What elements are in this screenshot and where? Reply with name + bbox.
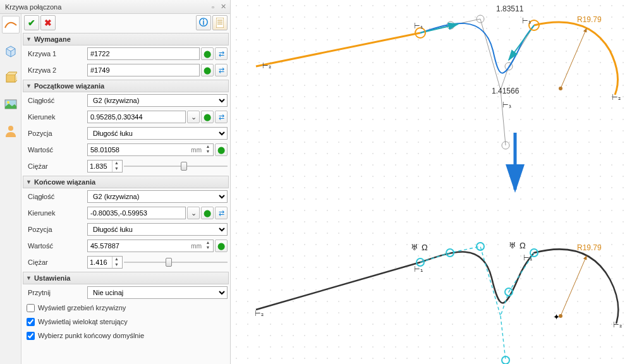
end-sym-ctrl: ♅ bbox=[509, 241, 516, 250]
label-start-direction: Kierunek bbox=[24, 113, 87, 121]
svg-line-28 bbox=[561, 256, 586, 316]
dim-top-2: 1.41566 bbox=[492, 87, 520, 95]
svg-point-2 bbox=[7, 101, 9, 104]
end-value-pick-button[interactable]: ⬤ bbox=[215, 240, 228, 252]
end-direction-pick-button[interactable]: ⬤ bbox=[201, 207, 214, 219]
start-sym-omega: Ω bbox=[422, 243, 428, 252]
tab-curve-icon[interactable] bbox=[2, 16, 20, 33]
section-start-header[interactable]: ▼Początkowe wiązania bbox=[23, 80, 229, 92]
show-comb-label: Wyświetl grzebień krzywizny bbox=[38, 304, 126, 312]
label-curve1: Krzywa 1 bbox=[24, 50, 87, 58]
end-marker-t1-bottom: ⊢₁ bbox=[523, 254, 532, 262]
marker-t2-bottom-right: ⊢₂ bbox=[613, 321, 622, 329]
label-end-direction: Kierunek bbox=[24, 209, 87, 217]
label-end-value: Wartość bbox=[24, 242, 87, 250]
start-position-select[interactable]: Długość łuku bbox=[87, 127, 228, 140]
end-weight-spinner[interactable]: ▲▼ bbox=[112, 257, 121, 268]
end-sym-omega: Ω bbox=[520, 241, 526, 250]
start-weight-input[interactable] bbox=[88, 161, 112, 172]
minimize-button[interactable]: ▫ bbox=[209, 3, 217, 11]
end-weight-slider[interactable] bbox=[124, 260, 228, 264]
section-settings-header[interactable]: ▼Ustawienia bbox=[23, 272, 229, 284]
label-start-continuity: Ciągłość bbox=[24, 97, 87, 104]
chevron-down-icon: ▼ bbox=[26, 275, 32, 281]
label-start-weight: Ciężar bbox=[24, 162, 87, 170]
end-direction-options-button[interactable]: ⌄ bbox=[187, 207, 200, 219]
start-value-spinner[interactable]: ▲▼ bbox=[204, 145, 212, 155]
cancel-button[interactable]: ✖ bbox=[40, 15, 56, 30]
start-marker-t1-top: ⊢₁ bbox=[414, 22, 423, 30]
curve1-input[interactable] bbox=[87, 47, 200, 60]
start-sym-ctrl: ♅ bbox=[411, 243, 418, 252]
marker-t1-mid: ⊢₁ bbox=[502, 101, 511, 109]
tab-cube-icon[interactable] bbox=[2, 69, 20, 87]
end-value-spinner[interactable]: ▲▼ bbox=[204, 241, 212, 251]
start-direction-input[interactable] bbox=[87, 111, 186, 123]
start-value-pick-button[interactable]: ⬤ bbox=[215, 143, 228, 156]
end-position-select[interactable]: Długość łuku bbox=[87, 223, 228, 236]
ok-button[interactable]: ✔ bbox=[24, 15, 39, 30]
end-direction-input[interactable] bbox=[87, 207, 186, 219]
graphics-viewport[interactable]: R19.79 1.83511 1.41566 ⊢₁ ⊢₁ ⊢₂ ⊢₂ ⊢₁ R1… bbox=[231, 0, 632, 364]
section-end-header[interactable]: ▼Końcowe wiązania bbox=[23, 176, 229, 188]
chevron-down-icon: ▼ bbox=[26, 83, 32, 89]
start-weight-spinner[interactable]: ▲▼ bbox=[112, 161, 121, 172]
trim-select[interactable]: Nie ucinaj bbox=[87, 286, 228, 299]
svg-text:✦: ✦ bbox=[553, 312, 560, 322]
tab-box-icon[interactable] bbox=[2, 42, 20, 60]
label-trim: Przytnij bbox=[24, 289, 87, 296]
marker-t2-top-left: ⊢₂ bbox=[262, 62, 271, 70]
section-required-header[interactable]: ▼Wymagane bbox=[23, 33, 229, 46]
curve2-pick-button[interactable]: ⬤ bbox=[201, 64, 214, 76]
radius-label-bottom: R19.79 bbox=[577, 243, 602, 252]
start-direction-options-button[interactable]: ⌄ bbox=[187, 111, 200, 123]
select-endpoint-checkbox[interactable] bbox=[27, 332, 35, 340]
end-weight-input[interactable] bbox=[88, 257, 112, 268]
show-polygon-label: Wyświetlaj wielokąt sterujący bbox=[38, 318, 128, 325]
svg-point-3 bbox=[8, 126, 13, 131]
action-toolbar: ✔ ✖ ⓘ bbox=[23, 14, 229, 32]
show-comb-checkbox[interactable] bbox=[27, 304, 35, 312]
help-page-button[interactable] bbox=[212, 15, 228, 30]
curve1-flip-button[interactable]: ⇄ bbox=[215, 47, 228, 60]
curve2-flip-button[interactable]: ⇄ bbox=[215, 64, 228, 76]
show-polygon-checkbox[interactable] bbox=[27, 318, 35, 326]
end-continuity-select[interactable]: G2 (krzywizna) bbox=[87, 190, 228, 203]
label-end-continuity: Ciągłość bbox=[24, 193, 87, 200]
label-start-position: Pozycja bbox=[24, 130, 87, 137]
chevron-down-icon: ▼ bbox=[26, 179, 32, 185]
tab-image-icon[interactable] bbox=[2, 95, 20, 113]
close-panel-button[interactable]: ✕ bbox=[219, 3, 228, 11]
start-value-input[interactable] bbox=[88, 144, 188, 155]
end-marker-t1-top: ⊢₁ bbox=[522, 17, 531, 25]
svg-rect-4 bbox=[216, 18, 224, 28]
end-direction-flip-button[interactable]: ⇄ bbox=[215, 207, 228, 219]
label-start-value: Wartość bbox=[24, 146, 87, 154]
side-tabstrip bbox=[0, 14, 21, 364]
start-marker-t1-bottom: ⊢₁ bbox=[414, 265, 423, 273]
curve2-input[interactable] bbox=[87, 64, 200, 76]
marker-t2-top-right: ⊢₂ bbox=[612, 94, 621, 101]
start-value-unit: mm bbox=[188, 147, 204, 154]
panel-title: Krzywa połączona bbox=[5, 3, 207, 11]
marker-t2-bottom-left: ⊢₂ bbox=[255, 310, 264, 317]
end-value-unit: mm bbox=[188, 243, 204, 250]
svg-line-20 bbox=[501, 316, 506, 360]
svg-rect-0 bbox=[6, 75, 15, 82]
select-endpoint-label: Wybierz punkt końcowy domyślnie bbox=[38, 332, 144, 339]
end-value-input[interactable] bbox=[88, 240, 188, 252]
start-direction-flip-button[interactable]: ⇄ bbox=[215, 111, 228, 123]
label-curve2: Krzywa 2 bbox=[24, 66, 87, 74]
label-end-position: Pozycja bbox=[24, 226, 87, 233]
property-panel: Krzywa połączona ▫ ✕ ✔ ✖ bbox=[0, 0, 231, 364]
tab-user-icon[interactable] bbox=[2, 122, 20, 140]
start-continuity-select[interactable]: G2 (krzywizna) bbox=[87, 94, 228, 107]
dim-top-1: 1.83511 bbox=[496, 4, 524, 13]
info-button[interactable]: ⓘ bbox=[196, 15, 211, 30]
svg-line-12 bbox=[501, 90, 506, 145]
start-direction-pick-button[interactable]: ⬤ bbox=[201, 111, 214, 123]
panel-titlebar: Krzywa połączona ▫ ✕ bbox=[0, 0, 230, 14]
curve1-pick-button[interactable]: ⬤ bbox=[201, 47, 214, 60]
svg-line-14 bbox=[509, 25, 534, 60]
start-weight-slider[interactable] bbox=[124, 164, 228, 168]
